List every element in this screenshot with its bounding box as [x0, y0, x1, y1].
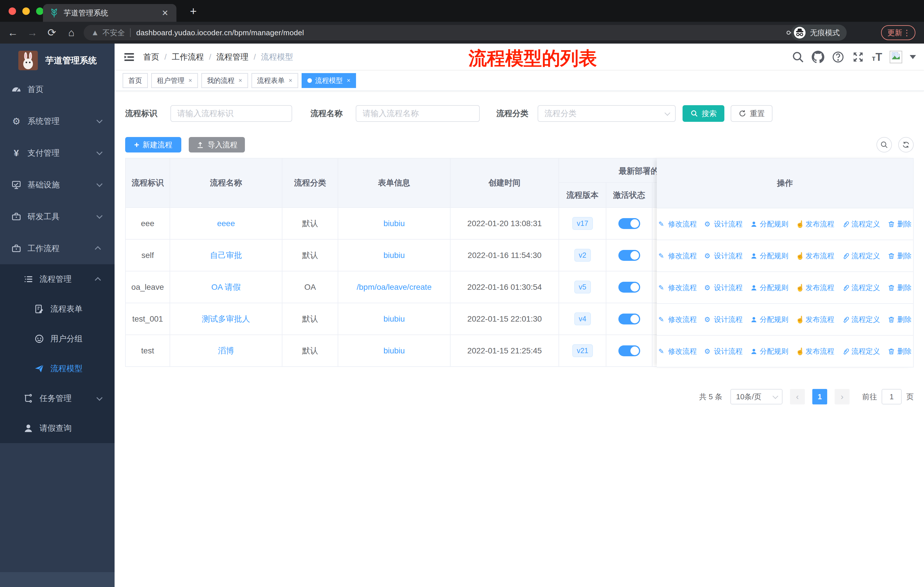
action-definition[interactable]: 流程定义 [842, 347, 880, 356]
home-button[interactable]: ⌂ [65, 26, 78, 39]
action-edit[interactable]: ✎修改流程 [658, 283, 697, 293]
process-name-link[interactable]: 滔博 [218, 346, 234, 356]
close-window-button[interactable] [8, 7, 16, 15]
form-info-link[interactable]: biubiu [383, 219, 405, 228]
user-avatar-broken-image[interactable] [889, 51, 902, 63]
tag-close-icon[interactable]: × [289, 77, 292, 84]
action-publish[interactable]: ☝发布流程 [796, 315, 834, 324]
action-delete[interactable]: 删除 [888, 251, 912, 261]
action-publish[interactable]: ☝发布流程 [796, 251, 834, 261]
next-page-button[interactable]: › [835, 389, 850, 404]
sidebar-item-系统管理[interactable]: ⚙ 系统管理 [0, 105, 115, 137]
form-info-link[interactable]: /bpm/oa/leave/create [356, 283, 432, 292]
filter-category-select[interactable]: 流程分类 [538, 105, 676, 122]
action-delete[interactable]: 删除 [888, 219, 912, 229]
page-size-select[interactable]: 10条/页 [730, 389, 782, 404]
process-name-link[interactable]: OA 请假 [211, 282, 241, 293]
tag-close-icon[interactable]: × [347, 77, 351, 84]
refresh-table-button[interactable] [898, 137, 914, 152]
zoom-window-button[interactable] [36, 7, 43, 15]
sidebar-item-支付管理[interactable]: ¥ 支付管理 [0, 137, 115, 169]
action-definition[interactable]: 流程定义 [842, 283, 880, 293]
search-icon[interactable] [792, 51, 804, 63]
github-icon[interactable] [812, 51, 824, 63]
form-info-link[interactable]: biubiu [383, 346, 405, 356]
prev-page-button[interactable]: ‹ [790, 389, 805, 404]
tag-close-icon[interactable]: × [239, 77, 242, 84]
action-publish[interactable]: ☝发布流程 [796, 347, 834, 356]
minimize-window-button[interactable] [22, 7, 30, 15]
new-tab-button[interactable]: + [186, 3, 201, 19]
action-edit[interactable]: ✎修改流程 [658, 251, 697, 261]
goto-page-input[interactable] [882, 389, 902, 404]
reload-button[interactable]: ⟳ [45, 26, 58, 39]
sidebar-item-流程表单[interactable]: 流程表单 [0, 294, 115, 324]
update-browser-button[interactable]: 更新 ⋮ [881, 25, 916, 40]
action-assign[interactable]: 分配规则 [750, 315, 789, 324]
action-design[interactable]: ⚙设计流程 [704, 251, 743, 261]
action-publish[interactable]: ☝发布流程 [796, 283, 834, 293]
sidebar-item-用户分组[interactable]: 用户分组 [0, 324, 115, 354]
action-assign[interactable]: 分配规则 [750, 283, 789, 293]
url-bar[interactable]: ▲ 不安全 dashboard.yudao.iocoder.cn/bpm/man… [84, 25, 819, 40]
action-design[interactable]: ⚙设计流程 [704, 283, 743, 293]
action-definition[interactable]: 流程定义 [842, 251, 880, 261]
sidebar-item-基础设施[interactable]: 基础设施 [0, 169, 115, 201]
sidebar-item-请假查询[interactable]: 请假查询 [0, 413, 115, 443]
tag-close-icon[interactable]: × [188, 77, 192, 84]
filter-name-input[interactable]: 请输入流程名称 [356, 105, 480, 122]
sidebar-item-首页[interactable]: 首页 [0, 73, 115, 105]
active-toggle[interactable] [619, 218, 640, 229]
browser-tab[interactable]: 芋道管理系统 ✕ [43, 4, 177, 22]
breadcrumb-item[interactable]: 流程管理 [216, 51, 249, 63]
forward-button[interactable]: → [26, 26, 39, 39]
sidebar-item-流程管理[interactable]: 流程管理 [0, 264, 115, 294]
process-name-link[interactable]: 自己审批 [210, 250, 242, 261]
nav-tag-我的流程[interactable]: 我的流程 × [201, 73, 248, 88]
action-delete[interactable]: 删除 [888, 283, 912, 293]
breadcrumb-item[interactable]: 工作流程 [172, 51, 204, 63]
back-button[interactable]: ← [6, 26, 20, 39]
active-toggle[interactable] [619, 346, 640, 356]
search-button[interactable]: 搜索 [683, 105, 724, 122]
breadcrumb-item[interactable]: 首页 [143, 51, 159, 63]
action-publish[interactable]: ☝发布流程 [796, 219, 834, 229]
action-edit[interactable]: ✎修改流程 [658, 315, 697, 324]
collapse-sidebar-icon[interactable] [123, 51, 135, 63]
sidebar-footer[interactable] [0, 572, 115, 587]
action-definition[interactable]: 流程定义 [842, 219, 880, 229]
action-design[interactable]: ⚙设计流程 [704, 315, 743, 324]
action-delete[interactable]: 删除 [888, 347, 912, 356]
browser-menu-icon[interactable]: ⋮ [903, 28, 911, 38]
action-assign[interactable]: 分配规则 [750, 219, 789, 229]
nav-tag-首页[interactable]: 首页 [122, 73, 148, 88]
form-info-link[interactable]: biubiu [383, 251, 405, 260]
reset-button[interactable]: 重置 [731, 105, 772, 122]
show-search-button[interactable] [876, 137, 892, 152]
active-toggle[interactable] [619, 314, 640, 324]
sidebar-item-研发工具[interactable]: 研发工具 [0, 201, 115, 232]
sidebar-item-工作流程[interactable]: 工作流程 [0, 232, 115, 264]
avatar-dropdown-caret-icon[interactable] [910, 55, 916, 59]
font-size-icon[interactable]: ᴛT [872, 51, 882, 63]
action-definition[interactable]: 流程定义 [842, 315, 880, 324]
action-edit[interactable]: ✎修改流程 [658, 219, 697, 229]
active-toggle[interactable] [619, 250, 640, 261]
fullscreen-icon[interactable] [852, 51, 865, 63]
action-edit[interactable]: ✎修改流程 [658, 347, 697, 356]
current-page-button[interactable]: 1 [812, 389, 827, 404]
action-assign[interactable]: 分配规则 [750, 251, 789, 261]
form-info-link[interactable]: biubiu [383, 314, 405, 324]
tab-close-icon[interactable]: ✕ [160, 8, 170, 18]
action-design[interactable]: ⚙设计流程 [704, 347, 743, 356]
process-name-link[interactable]: 测试多审批人 [202, 314, 250, 324]
create-process-button[interactable]: + 新建流程 [125, 137, 181, 152]
action-delete[interactable]: 删除 [888, 315, 912, 324]
sidebar-item-任务管理[interactable]: 任务管理 [0, 384, 115, 413]
process-name-link[interactable]: eeee [217, 219, 235, 228]
sidebar-item-流程模型[interactable]: 流程模型 [0, 354, 115, 384]
help-icon[interactable] [832, 51, 844, 63]
nav-tag-流程模型[interactable]: 流程模型 × [302, 73, 356, 88]
nav-tag-租户管理[interactable]: 租户管理 × [151, 73, 198, 88]
active-toggle[interactable] [619, 282, 640, 293]
